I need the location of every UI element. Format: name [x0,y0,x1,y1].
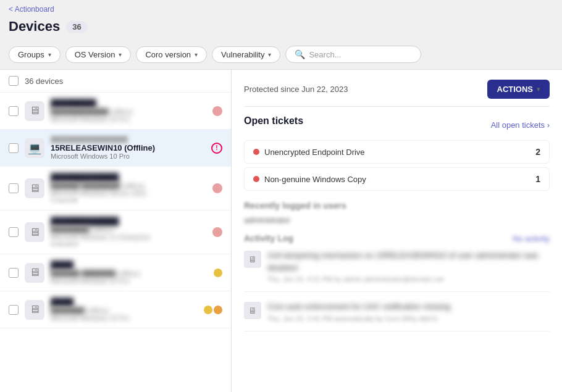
device-icon: 🖥 [25,222,44,242]
protected-since-text: Protected since Jun 22, 2023 [244,85,348,94]
device-tag: Corporate [51,197,206,204]
list-item[interactable]: 🖥 ████ ███████ (offline) Microsoft Windo… [0,291,231,328]
device-sub: ██████-███████ (offline) [51,270,208,277]
activity-log-title: Activity Log [244,233,293,243]
ticket-dot [253,149,259,155]
groups-filter-button[interactable]: Groups ▾ [9,46,61,63]
device-name: ████ [51,261,208,270]
ticket-label: Unencrypted Endpoint Drive [253,148,365,157]
device-os: Microsoft Windows Server 2022 [51,190,206,197]
ticket-name: Unencrypted Endpoint Drive [264,148,365,157]
device-tag: evaluation [51,241,206,248]
device-checkbox[interactable] [9,305,19,315]
ticket-count: 1 [535,174,540,184]
activity-time: Thu, Jun 22, 2:41 PM automatically by Co… [267,315,550,322]
device-icon: 🖥 [25,178,44,198]
tickets-header: Open tickets All open tickets › [244,115,550,134]
device-icon: 🖥 [25,300,44,320]
device-checkbox[interactable] [9,143,19,153]
device-info: ████████████ ████████ (offline) Microsof… [51,217,206,248]
ticket-dot [253,176,259,182]
filter-bar: Groups ▾ OS Version ▾ Coro version ▾ Vul… [0,41,562,69]
activity-content: Coro auto enforcement for UAC notificati… [267,301,550,322]
page-header: Devices 36 [0,16,562,41]
search-box[interactable]: 🔍 Search... [285,46,421,63]
device-name: ████████████ [51,173,206,182]
device-info: ████ ██████-███████ (offline) Microsoft … [51,261,208,285]
list-item[interactable]: 💻 ████████████████ 15RELEASEWIN10 (Offli… [0,130,231,167]
recently-logged-section: Recently logged in users administrator [244,201,550,225]
os-version-filter-button[interactable]: OS Version ▾ [65,46,132,63]
device-os: Microsoft Windows 10 Pro [51,115,206,123]
device-name: ████████ [51,99,206,108]
status-multi-indicator [214,269,222,277]
device-count-badge: 36 [66,21,87,33]
all-open-tickets-link[interactable]: All open tickets › [491,120,550,130]
chevron-down-icon: ▾ [268,51,271,58]
activity-item: 🖥 Anti tampering mechanism on 15RELEASEW… [244,249,550,292]
ticket-row[interactable]: Unencrypted Endpoint Drive 2 [244,140,550,164]
breadcrumb[interactable]: < Actionboard [0,0,562,16]
device-sub: ██████ ████████ (offline) [51,182,206,190]
device-checkbox[interactable] [9,106,19,116]
status-indicator [212,106,222,116]
page-title: Devices [9,19,60,35]
device-icon: 💻 [25,138,44,158]
activity-log-link[interactable]: No activity [513,234,550,243]
activity-header: Activity Log No activity [244,233,550,243]
device-icon: 🖥 [25,263,44,283]
chevron-down-icon: ▾ [195,51,198,58]
divider [244,106,550,107]
status-indicator [212,227,222,237]
device-checkbox[interactable] [9,268,19,278]
device-checkbox[interactable] [9,227,19,237]
device-name-main: 15RELEASEWIN10 (Offline) [51,143,205,152]
device-sub: ████████████ (offline) [51,108,206,115]
list-item[interactable]: 🖥 ████████████ ████████ (offline) Micros… [0,211,231,254]
vulnerability-filter-button[interactable]: Vulnerability ▾ [212,46,280,63]
list-item[interactable]: 🖥 ████████ ████████████ (offline) Micros… [0,93,231,130]
ticket-name: Non-genuine Windows Copy [264,175,366,184]
device-checkbox[interactable] [9,183,19,193]
device-sub: ███████ (offline) [51,307,198,314]
status-multi-indicator [204,306,222,314]
activity-device-icon: 🖥 [244,302,261,319]
device-info: ████████████ ██████ ████████ (offline) M… [51,173,206,204]
device-detail-panel: Protected since Jun 22, 2023 ACTIONS ▾ O… [232,70,562,392]
device-icon: 🖥 [25,101,44,121]
status-warning-icon: ! [211,143,222,154]
list-item[interactable]: 🖥 ████ ██████-███████ (offline) Microsof… [0,254,231,291]
open-tickets-title: Open tickets [244,115,303,127]
list-count: 36 devices [25,77,63,86]
select-all-checkbox[interactable] [9,76,19,86]
device-os: Microsoft Windows 10 Pro [51,152,205,160]
device-os: Microsoft Windows 10 Pro [51,314,198,322]
activity-content: Anti tampering mechanism on 15RELEASEWIN… [267,249,550,283]
chevron-down-icon: ▾ [537,86,540,93]
activity-device-icon: 🖥 [244,251,261,268]
search-icon: 🔍 [295,49,305,59]
activity-text: Anti tampering mechanism on 15RELEASEWIN… [267,249,550,273]
device-info: ████████████████ 15RELEASEWIN10 (Offline… [51,136,205,160]
device-os: Microsoft Windows 11 Enterprise [51,233,206,241]
list-item[interactable]: 🖥 ████████████ ██████ ████████ (offline)… [0,167,231,211]
actions-button[interactable]: ACTIONS ▾ [487,80,550,99]
list-header: 36 devices [0,70,231,93]
device-list-panel: 36 devices 🖥 ████████ ████████████ (offl… [0,70,232,392]
status-indicator [212,183,222,193]
activity-log-section: Activity Log No activity 🖥 Anti tamperin… [244,233,550,332]
activity-item: 🖥 Coro auto enforcement for UAC notifica… [244,301,550,332]
coro-version-filter-button[interactable]: Coro version ▾ [136,46,207,63]
device-list: 🖥 ████████ ████████████ (offline) Micros… [0,93,231,392]
activity-time: Thu, Jun 22, 4:21 PM by admin administra… [267,275,550,283]
device-name: ████████████████ [51,136,205,143]
ticket-count: 2 [535,147,540,157]
chevron-down-icon: ▾ [48,51,51,58]
open-tickets-section: Open tickets All open tickets › Unencryp… [244,115,550,191]
recently-logged-title: Recently logged in users [244,201,550,211]
search-placeholder: Search... [309,50,341,59]
ticket-row[interactable]: Non-genuine Windows Copy 1 [244,167,550,191]
device-os: Microsoft Windows 10 Pro [51,277,208,285]
device-info: ████████ ████████████ (offline) Microsof… [51,99,206,123]
device-info: ████ ███████ (offline) Microsoft Windows… [51,298,198,322]
